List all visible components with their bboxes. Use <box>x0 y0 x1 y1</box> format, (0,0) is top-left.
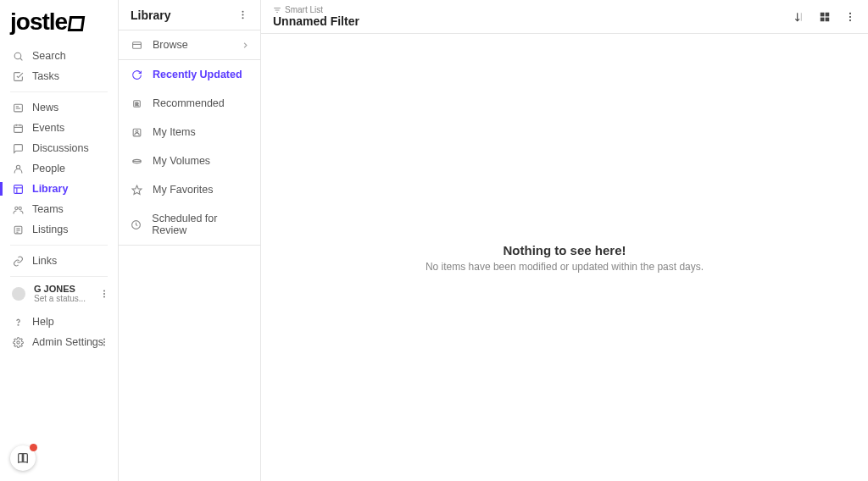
search-icon <box>12 50 24 62</box>
empty-state-subtitle: No items have been modified or updated w… <box>426 261 704 273</box>
nav-tasks[interactable]: Tasks <box>0 66 118 86</box>
nav-listings[interactable]: Listings <box>0 219 118 240</box>
clock-icon <box>131 218 142 230</box>
nav-search-label: Search <box>32 50 66 62</box>
volumes-icon <box>131 155 142 167</box>
nav-admin-settings[interactable]: Admin Settings <box>0 332 118 352</box>
news-icon <box>12 102 24 113</box>
nav-people[interactable]: People <box>0 158 118 179</box>
library-panel: Library Browse Recently Updated R Recomm… <box>119 0 261 481</box>
notification-dot-icon <box>30 444 37 451</box>
nav-help-label: Help <box>32 316 54 328</box>
svg-point-22 <box>18 324 19 325</box>
logo[interactable]: jostle <box>0 0 118 42</box>
nav-people-label: People <box>32 163 65 174</box>
svg-rect-5 <box>14 124 22 132</box>
discussions-icon <box>12 142 24 154</box>
people-icon <box>12 163 24 174</box>
user-name: G JONES <box>34 284 86 294</box>
chat-button[interactable] <box>10 445 36 471</box>
svg-point-13 <box>14 207 17 209</box>
admin-more-button[interactable] <box>99 337 109 347</box>
svg-point-28 <box>242 14 244 16</box>
library-panel-header: Library <box>119 0 260 30</box>
grid-view-button[interactable] <box>819 11 831 23</box>
nav-help[interactable]: Help <box>0 312 118 332</box>
library-scheduled-review[interactable]: Scheduled for Review <box>119 204 260 246</box>
svg-rect-43 <box>821 17 825 21</box>
nav-section-links: Links <box>0 247 118 274</box>
svg-point-27 <box>242 11 244 13</box>
nav-teams[interactable]: Teams <box>0 199 118 219</box>
avatar <box>12 287 25 301</box>
library-recommended-label: Recommended <box>153 97 225 109</box>
library-my-favorites[interactable]: My Favorites <box>119 175 260 204</box>
sort-button[interactable] <box>793 11 805 23</box>
library-my-volumes[interactable]: My Volumes <box>119 147 260 175</box>
more-vertical-icon <box>99 289 109 299</box>
sort-icon <box>793 11 805 23</box>
library-more-button[interactable] <box>236 8 250 22</box>
library-my-favorites-label: My Favorites <box>153 184 214 196</box>
library-browse-label: Browse <box>153 39 188 51</box>
nav-discussions-label: Discussions <box>32 142 89 154</box>
user-more-button[interactable] <box>99 289 109 299</box>
calendar-icon <box>12 122 24 134</box>
library-recently-updated[interactable]: Recently Updated <box>119 60 260 89</box>
library-my-items-label: My Items <box>153 126 196 138</box>
nav-events[interactable]: Events <box>0 118 118 138</box>
nav-discussions[interactable]: Discussions <box>0 138 118 158</box>
main-more-button[interactable] <box>844 11 856 23</box>
svg-rect-10 <box>14 185 22 193</box>
recommended-icon: R <box>131 97 142 109</box>
leftnav: jostle Search Tasks News E <box>0 0 119 481</box>
svg-rect-44 <box>826 17 830 21</box>
nav-separator <box>10 276 108 277</box>
library-my-volumes-label: My Volumes <box>153 155 210 167</box>
svg-point-0 <box>14 53 21 59</box>
svg-point-20 <box>103 293 105 295</box>
nav-listings-label: Listings <box>32 224 68 235</box>
nav-search[interactable]: Search <box>0 46 118 66</box>
more-vertical-icon <box>844 11 856 23</box>
chevron-right-icon <box>241 41 250 50</box>
smart-list-label: Smart List <box>273 5 359 14</box>
nav-library[interactable]: Library <box>0 179 118 199</box>
browse-icon <box>131 39 142 51</box>
refresh-icon <box>131 69 142 80</box>
nav-teams-label: Teams <box>32 203 64 215</box>
grid-icon <box>819 11 831 23</box>
nav-news-label: News <box>32 102 58 113</box>
svg-point-46 <box>849 15 851 17</box>
svg-point-19 <box>103 290 105 291</box>
svg-point-26 <box>103 345 105 346</box>
teams-icon <box>12 203 24 215</box>
main-header: Smart List Unnamed Filter <box>261 0 868 34</box>
star-icon <box>131 184 142 196</box>
library-recommended[interactable]: R Recommended <box>119 89 260 118</box>
user-block[interactable]: G JONES Set a status... <box>0 279 118 308</box>
library-browse[interactable]: Browse <box>119 30 260 60</box>
book-icon <box>16 451 30 465</box>
nav-tasks-label: Tasks <box>32 70 59 82</box>
link-icon <box>12 255 24 267</box>
filter-title: Unnamed Filter <box>273 14 359 28</box>
svg-point-25 <box>103 341 105 343</box>
library-panel-title: Library <box>131 8 170 22</box>
library-recently-updated-label: Recently Updated <box>153 69 242 80</box>
main-header-left: Smart List Unnamed Filter <box>273 5 359 28</box>
nav-links[interactable]: Links <box>0 251 118 271</box>
library-my-items[interactable]: My Items <box>119 118 260 147</box>
svg-rect-42 <box>826 12 830 16</box>
listings-icon <box>12 224 24 235</box>
nav-section-top: Search Tasks <box>0 42 118 90</box>
svg-point-21 <box>103 296 105 297</box>
more-vertical-icon <box>237 9 248 20</box>
svg-point-35 <box>136 130 138 133</box>
svg-point-47 <box>849 19 851 21</box>
nav-news[interactable]: News <box>0 97 118 118</box>
nav-separator <box>10 91 108 92</box>
smart-list-icon <box>273 6 281 14</box>
bottom-chat <box>10 445 36 471</box>
svg-rect-41 <box>821 12 825 16</box>
